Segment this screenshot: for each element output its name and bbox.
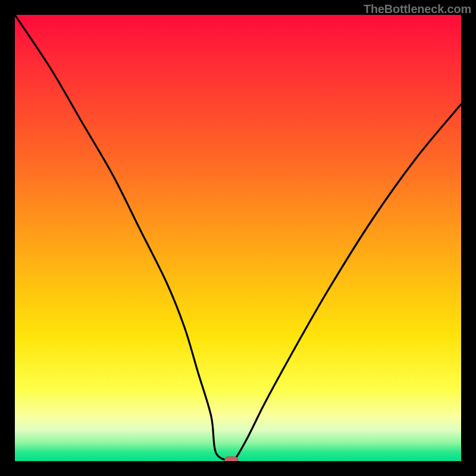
plot-area <box>15 15 461 461</box>
chart-frame: TheBottleneck.com <box>0 0 476 476</box>
watermark-text: TheBottleneck.com <box>364 2 471 16</box>
minimum-marker <box>224 456 239 461</box>
gradient-background <box>15 15 461 461</box>
